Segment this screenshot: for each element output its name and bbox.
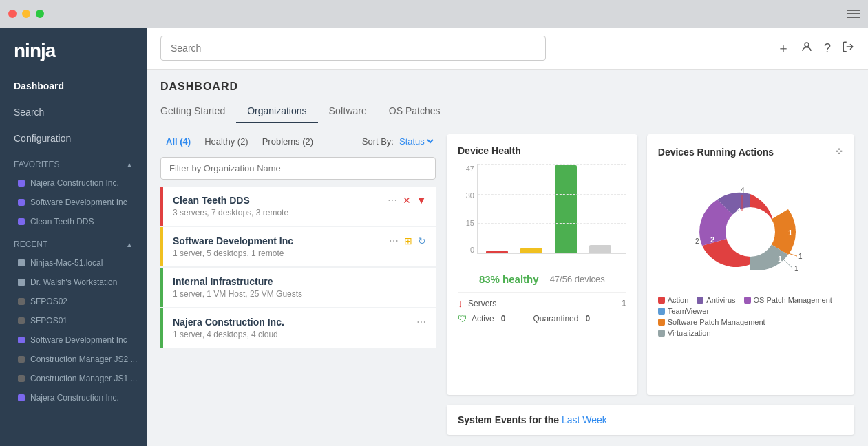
help-icon[interactable]: ? xyxy=(824,41,831,56)
app-container: ninja Dashboard Search Configuration Fav… xyxy=(0,28,868,446)
stat-quarantined: Quarantined 0 xyxy=(533,313,590,324)
donut-chart: 4 2 1 1 4 2 xyxy=(681,167,819,290)
org-actions: ⋯ ⊞ ↻ xyxy=(389,235,426,246)
legend-color xyxy=(658,308,665,315)
tab-getting-started[interactable]: Getting Started xyxy=(160,100,236,123)
org-item-header: Internal Infrastructure xyxy=(173,276,426,287)
sidebar-item-search[interactable]: Search xyxy=(0,99,147,125)
sort-by-control: Sort By: Status xyxy=(362,136,436,147)
filter-tab-healthy[interactable]: Healthy (2) xyxy=(199,134,254,149)
last-week-link[interactable]: Last Week xyxy=(562,414,607,425)
system-events-title: System Events for the Last Week xyxy=(458,414,843,425)
sidebar-item-softdev-recent[interactable]: Software Development Inc xyxy=(0,330,147,350)
dashboard-header: DASHBOARD Getting Started Organizations … xyxy=(147,70,868,123)
legend-ospatch: OS Patch Management xyxy=(744,296,832,304)
legend-virt: Virtualization xyxy=(658,329,711,337)
sidebar-item-najera-recent[interactable]: Najera Construction Inc. xyxy=(0,388,147,407)
svg-line-12 xyxy=(788,253,797,256)
arrow-down-icon[interactable]: ▼ xyxy=(416,195,426,206)
title-bar xyxy=(0,0,868,28)
org-item-softdev[interactable]: Software Development Inc ⋯ ⊞ ↻ 1 server,… xyxy=(160,227,436,266)
stat-servers: ↓ Servers 1 xyxy=(458,298,626,309)
device-icon xyxy=(18,375,25,382)
org-item-internal[interactable]: Internal Infrastructure 1 server, 1 VM H… xyxy=(160,268,436,307)
devices-running-title: Devices Running Actions ⁘ xyxy=(658,145,843,158)
device-icon xyxy=(18,279,25,286)
sidebar-item-cleanteeth-fav[interactable]: Clean Teeth DDS xyxy=(0,212,147,231)
sidebar-item-dashboard[interactable]: Dashboard xyxy=(0,73,147,99)
sidebar-item-softdev-fav[interactable]: Software Development Inc xyxy=(0,193,147,212)
recent-section-header[interactable]: Recent ▲ xyxy=(0,231,147,253)
svg-text:1: 1 xyxy=(788,229,792,237)
logo: ninja xyxy=(0,28,147,73)
legend-softpatch: Software Patch Management xyxy=(658,318,843,326)
legend-color xyxy=(744,297,751,304)
page-title: DASHBOARD xyxy=(160,81,854,93)
stat-active: 🛡 Active 0 xyxy=(458,313,505,324)
device-icon xyxy=(18,259,25,266)
favorites-section-header[interactable]: Favorites ▲ xyxy=(0,151,147,173)
close-dot[interactable] xyxy=(8,10,17,18)
svg-text:4: 4 xyxy=(741,187,745,194)
svg-point-3 xyxy=(726,207,775,257)
chart-footer: 83% healthy 47/56 devices xyxy=(458,273,626,285)
sidebar-item-najera-fav[interactable]: Najera Construction Inc. xyxy=(0,173,147,193)
filter-bar: All (4) Healthy (2) Problems (2) Sort By… xyxy=(160,134,436,149)
sidebar-item-construction-js2[interactable]: Construction Manager JS2 ... xyxy=(0,350,147,369)
svg-text:2: 2 xyxy=(695,237,699,245)
filter-tab-problems[interactable]: Problems (2) xyxy=(257,134,319,149)
org-filter-input[interactable] xyxy=(160,157,436,180)
stat-security: 🛡 Active 0 Quarantined 0 xyxy=(458,313,626,324)
dots-icon[interactable]: ⁘ xyxy=(834,145,843,158)
filter-tabs: All (4) Healthy (2) Problems (2) xyxy=(160,134,319,149)
filter-tab-all[interactable]: All (4) xyxy=(160,134,196,149)
sidebar-item-sfpos02[interactable]: SFPOS02 xyxy=(0,292,147,311)
add-icon[interactable]: ＋ xyxy=(777,40,790,56)
org-icon xyxy=(18,180,25,187)
device-icon xyxy=(18,298,25,305)
search-input[interactable] xyxy=(160,36,546,61)
org-item-cleanteeth[interactable]: Clean Teeth DDS ⋯ ✕ ▼ 3 servers, 7 deskt… xyxy=(160,187,436,226)
refresh-icon[interactable]: ↻ xyxy=(418,235,426,246)
svg-point-0 xyxy=(805,43,809,47)
org-item-najera[interactable]: Najera Construction Inc. ⋯ 1 server, 4 d… xyxy=(160,308,436,348)
bar-gray xyxy=(589,245,611,253)
legend-color xyxy=(658,319,665,326)
svg-text:4: 4 xyxy=(737,206,741,215)
maximize-dot[interactable] xyxy=(36,10,44,18)
org-name: Clean Teeth DDS xyxy=(173,195,250,206)
hamburger-menu-icon[interactable] xyxy=(847,10,860,18)
tab-organizations[interactable]: Organizations xyxy=(236,100,317,123)
svg-text:1: 1 xyxy=(798,253,803,260)
legend-color xyxy=(697,297,703,304)
org-icon xyxy=(18,199,25,206)
sidebar-item-walsh[interactable]: Dr. Walsh's Workstation xyxy=(0,273,147,292)
spinner-icon[interactable]: ⋯ xyxy=(388,195,397,206)
logout-icon[interactable] xyxy=(842,41,854,56)
bar-green xyxy=(555,165,577,253)
device-health-panel: Device Health 47 30 15 0 xyxy=(447,134,637,395)
minimize-dot[interactable] xyxy=(22,10,30,18)
dashboard: DASHBOARD Getting Started Organizations … xyxy=(147,70,868,446)
org-item-header: Clean Teeth DDS ⋯ ✕ ▼ xyxy=(173,195,426,206)
shield-icon: 🛡 xyxy=(458,313,467,324)
dashboard-tabs: Getting Started Organizations Software O… xyxy=(160,100,854,123)
health-percent: 83% healthy xyxy=(479,273,539,285)
spinner-icon[interactable]: ⋯ xyxy=(416,317,426,328)
sidebar-item-mac51[interactable]: Ninjas-Mac-51.local xyxy=(0,253,147,273)
cross-icon[interactable]: ✕ xyxy=(403,195,411,206)
tab-os-patches[interactable]: OS Patches xyxy=(378,100,452,123)
top-bar: ＋ ? xyxy=(147,28,868,70)
sort-select[interactable]: Status xyxy=(396,136,436,147)
spinner-icon[interactable]: ⋯ xyxy=(389,235,399,246)
org-details: 1 server, 5 desktops, 1 remote xyxy=(173,248,426,258)
user-icon[interactable] xyxy=(801,41,813,56)
sidebar-item-construction-js1[interactable]: Construction Manager JS1 ... xyxy=(0,369,147,388)
org-details: 1 server, 1 VM Host, 25 VM Guests xyxy=(173,289,426,299)
system-events-panel: System Events for the Last Week xyxy=(447,405,854,435)
sidebar-item-configuration[interactable]: Configuration xyxy=(0,125,147,151)
legend-color xyxy=(658,297,665,304)
windows-icon[interactable]: ⊞ xyxy=(404,235,412,246)
sidebar-item-sfpos01[interactable]: SFPOS01 xyxy=(0,311,147,330)
tab-software[interactable]: Software xyxy=(318,100,378,123)
